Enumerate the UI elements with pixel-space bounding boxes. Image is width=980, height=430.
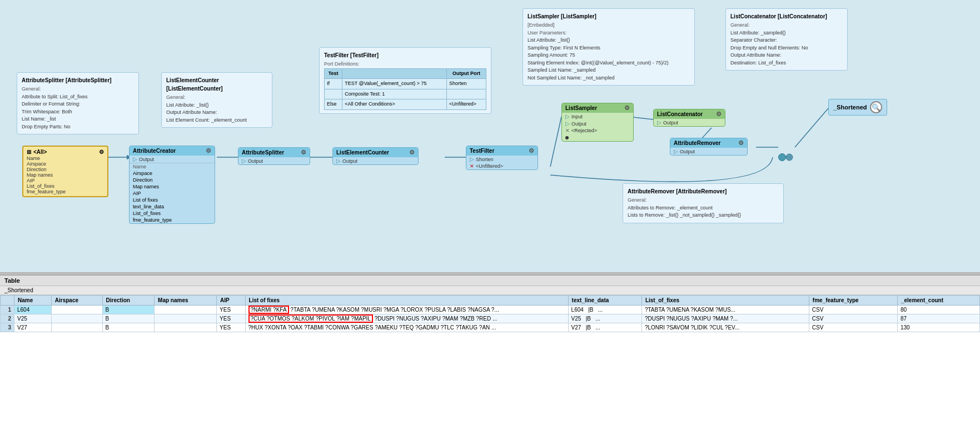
magnifier-icon[interactable]: 🔍	[870, 101, 882, 113]
test-filter-table: Test Output Port If TEST @Value(_element…	[324, 68, 486, 110]
col-direction[interactable]: Direction	[102, 296, 155, 306]
bottom-panel: Table _Shortened Name Airspace Direction…	[0, 274, 980, 430]
cell-direction-3: B	[102, 323, 155, 332]
row-num-1: 1	[1, 306, 14, 314]
highlighted-fixes-2: ?CUA ?OTMOS ?ALKOM ?PIVOL ?IAM ?MAPIL	[248, 314, 373, 323]
cell-elementcount-1: 80	[897, 306, 979, 314]
rest-fixes-1: ?TABTA ?UMENA ?KASOM ?MUSRI ?MGA ?LOROX …	[290, 307, 499, 313]
cell-name-2: V25	[14, 314, 52, 323]
cell-name-3: V27	[14, 323, 52, 332]
attribute-splitter-info: AttributeSplitter [AttributeSplitter] Ge…	[17, 72, 139, 134]
attribute-creator-header: AttributeCreator ⚙	[130, 146, 215, 156]
attribute-splitter-node[interactable]: AttributeSplitter ⚙ ▷Output	[238, 147, 310, 165]
list-element-counter-header: ListElementCounter ⚙	[333, 148, 418, 157]
cell-list-of-fixes2-3: ?LONRI ?SAVOM ?LIDIK ?CUL ?EV...	[641, 323, 809, 332]
col-listoffixes2[interactable]: List_of_fixes	[641, 296, 809, 306]
cell-list-of-fixes2-2: ?DUSPI ?NUGUS ?AXIPU ?MAM ?...	[641, 314, 809, 323]
row-num-2: 2	[1, 314, 14, 323]
source-node-header: ⊞ <All> ⚙	[25, 148, 106, 156]
attribute-remover-node[interactable]: AttributeRemover ⚙ ▷Output	[670, 138, 748, 156]
list-element-counter-info: ListElementCounter [ListElementCounter] …	[161, 72, 272, 128]
svg-point-9	[786, 154, 793, 161]
rest-fixes-3: ?HUX ?XONTA ?OAX ?TABMI ?CONWA ?GARES ?A…	[248, 324, 496, 331]
col-listoffixes[interactable]: List of fixes	[245, 296, 568, 306]
col-mapnames[interactable]: Map names	[155, 296, 217, 306]
cell-elementcount-2: 87	[897, 314, 979, 323]
cell-name-1: L604	[14, 306, 52, 314]
list-sampler-info: ListSampler [ListSampler] [Embedded] Use…	[523, 8, 695, 86]
cell-mapnames-1	[155, 306, 217, 314]
test-filter-header: TestFilter ⚙	[466, 146, 538, 156]
shortened-output-node: _Shortened 🔍	[828, 99, 887, 116]
cell-mapnames-2	[155, 314, 217, 323]
list-sampler-header: ListSampler ⚙	[562, 103, 633, 113]
cell-airspace-1	[51, 306, 102, 314]
table-row: 1 L604 B YES ?NARMI ?KFA ?TABTA ?UMENA ?…	[1, 306, 980, 314]
attribute-splitter-node-header: AttributeSplitter ⚙	[238, 148, 310, 157]
source-node[interactable]: ⊞ <All> ⚙ Name Airspace Direction Map na…	[22, 146, 108, 197]
attribute-creator-node[interactable]: AttributeCreator ⚙ ▷Output Name Airspace…	[129, 146, 215, 224]
data-table: Name Airspace Direction Map names AIP Li…	[0, 295, 980, 332]
col-aip[interactable]: AIP	[217, 296, 245, 306]
test-filter-info: TestFilter [TestFilter] Port Definitions…	[319, 47, 491, 114]
junction-dot	[778, 153, 786, 161]
rest-fixes-2: ?DUSPI ?NUGUS ?AXIPU ?MAM ?MZB ?RED ...	[375, 316, 498, 322]
cell-textlinedata-2: V25 |B ...	[568, 314, 641, 323]
cell-mapnames-3	[155, 323, 217, 332]
col-rownum[interactable]	[1, 296, 14, 306]
col-fmefeaturetype[interactable]: fme_feature_type	[809, 296, 897, 306]
table-subtitle: _Shortened	[0, 286, 980, 295]
attribute-remover-info: AttributeRemover [AttributeRemover] Gene…	[623, 183, 784, 223]
cell-aip-1: YES	[217, 306, 245, 314]
col-elementcount[interactable]: _element_count	[897, 296, 979, 306]
cell-textlinedata-3: V27 |B ...	[568, 323, 641, 332]
cell-fme-1: CSV	[809, 306, 897, 314]
cell-aip-2: YES	[217, 314, 245, 323]
svg-line-8	[795, 108, 828, 147]
table-row: 2 V25 B YES ?CUA ?OTMOS ?ALKOM ?PIVOL ?I…	[1, 314, 980, 323]
list-concatenator-header: ListConcatenator ⚙	[654, 109, 725, 119]
cell-textlinedata-1: L604 |B ...	[568, 306, 641, 314]
cell-fme-3: CSV	[809, 323, 897, 332]
cell-direction-1: B	[102, 306, 155, 314]
row-num-3: 3	[1, 323, 14, 332]
cell-airspace-2	[51, 314, 102, 323]
list-concatenator-info: ListConcatenator [ListConcatenator] Gene…	[725, 8, 848, 71]
list-element-counter-node[interactable]: ListElementCounter ⚙ ▷Output	[332, 147, 419, 165]
table-row: 3 V27 B YES ?HUX ?XONTA ?OAX ?TABMI ?CON…	[1, 323, 980, 332]
cell-aip-3: YES	[217, 323, 245, 332]
attribute-remover-header: AttributeRemover ⚙	[670, 138, 747, 148]
test-filter-node[interactable]: TestFilter ⚙ ▷Shorten ✕<Unfiltered>	[466, 146, 538, 170]
cell-direction-2: B	[102, 314, 155, 323]
cell-fme-2: CSV	[809, 314, 897, 323]
cell-listoffixes-2: ?CUA ?OTMOS ?ALKOM ?PIVOL ?IAM ?MAPIL ?D…	[245, 314, 568, 323]
cell-listoffixes-3: ?HUX ?XONTA ?OAX ?TABMI ?CONWA ?GARES ?A…	[245, 323, 568, 332]
canvas-area: AttributeSplitter [AttributeSplitter] Ge…	[0, 0, 980, 272]
cell-elementcount-3: 130	[897, 323, 979, 332]
highlighted-fixes-1: ?NARMI ?KFA	[248, 306, 289, 314]
cell-listoffixes-1: ?NARMI ?KFA ?TABTA ?UMENA ?KASOM ?MUSRI …	[245, 306, 568, 314]
list-concatenator-node[interactable]: ListConcatenator ⚙ ▷Output	[653, 109, 725, 127]
cell-airspace-3	[51, 323, 102, 332]
col-name[interactable]: Name	[14, 296, 52, 306]
svg-line-4	[550, 117, 561, 167]
table-scroll[interactable]: Name Airspace Direction Map names AIP Li…	[0, 295, 980, 332]
table-title: Table	[0, 276, 980, 286]
col-airspace[interactable]: Airspace	[51, 296, 102, 306]
col-textlinedata[interactable]: text_line_data	[568, 296, 641, 306]
cell-list-of-fixes2-1: ?TABTA ?UMENA ?KASOM ?MUS...	[641, 306, 809, 314]
list-sampler-node[interactable]: ListSampler ⚙ ▷Input ▷Output ✕<Rejected>	[561, 103, 634, 142]
